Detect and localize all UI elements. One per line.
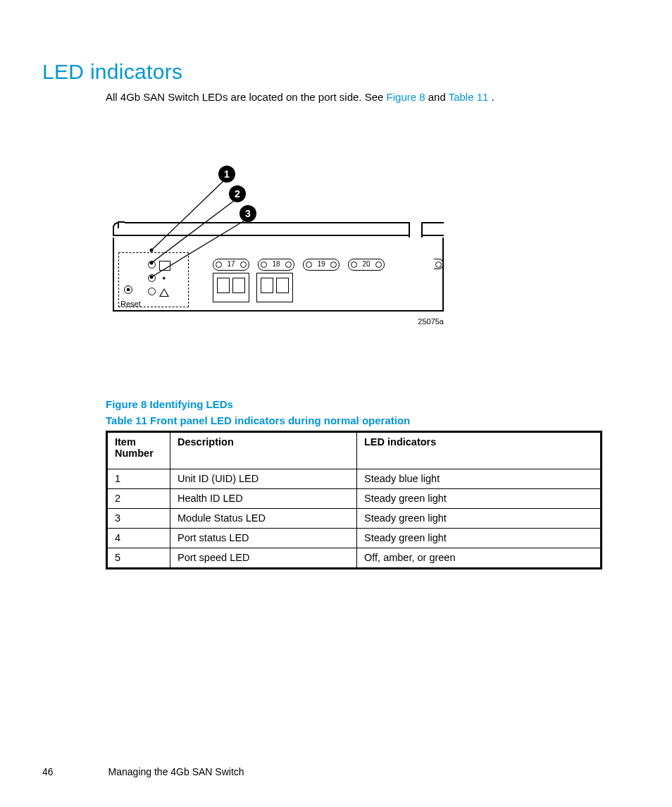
sfp-module-icon	[256, 273, 293, 302]
table-11-link[interactable]: Table 11	[449, 91, 489, 103]
table-row: 5 Port speed LED Off, amber, or green	[107, 548, 602, 568]
device-front-panel: Reset ✦ 17 18 19 20 25075	[113, 222, 444, 321]
port-17-label: 17	[213, 259, 249, 271]
callout-2: 2	[229, 185, 246, 202]
reset-label: Reset	[120, 300, 141, 308]
cell-ind: Steady blue light	[357, 469, 602, 488]
page-number: 46	[42, 766, 54, 777]
health-symbol-icon: ✦	[159, 274, 169, 283]
cell-item: 2	[107, 488, 170, 508]
callout-3: 3	[239, 205, 256, 222]
table-row: 2 Health ID LED Steady green light	[107, 488, 602, 508]
cell-ind: Steady green light	[357, 508, 602, 528]
cell-desc: Port status LED	[170, 528, 357, 548]
cell-item: 4	[107, 528, 170, 548]
table-row: 3 Module Status LED Steady green light	[107, 508, 602, 528]
table-row: 4 Port status LED Steady green light	[107, 528, 602, 548]
warning-triangle-icon	[159, 288, 169, 297]
chassis-face: Reset ✦ 17 18 19 20	[113, 238, 444, 312]
port-18-label: 18	[258, 259, 294, 271]
col-description: Description	[170, 431, 357, 469]
port-20-label: 20	[348, 259, 385, 271]
sfp-module-icon	[213, 273, 249, 302]
port-19-label: 19	[303, 259, 340, 271]
led-indicator-table: Item Number Description LED indicators 1…	[106, 431, 602, 569]
cell-ind: Steady green light	[357, 528, 602, 548]
cell-desc: Port speed LED	[170, 548, 357, 568]
port-next-label	[434, 259, 444, 269]
figure-8: 1 2 3 Reset	[113, 166, 444, 321]
intro-text: All 4Gb SAN Switch LEDs are located on t…	[106, 91, 387, 103]
cell-desc: Module Status LED	[170, 508, 357, 528]
figure-reference-id: 25075a	[418, 317, 444, 326]
uid-led-icon	[148, 261, 156, 269]
intro-text: .	[492, 91, 494, 103]
figure-8-caption: Figure 8 Identifying LEDs	[106, 398, 630, 410]
figure-8-link[interactable]: Figure 8	[387, 91, 425, 103]
table-header-row: Item Number Description LED indicators	[107, 431, 602, 469]
cell-desc: Health ID LED	[170, 488, 357, 508]
module-status-led-icon	[148, 288, 156, 295]
cell-item: 3	[107, 508, 170, 528]
cell-desc: Unit ID (UID) LED	[170, 469, 357, 488]
table-row: 1 Unit ID (UID) LED Steady blue light	[107, 469, 602, 488]
reset-button-icon	[124, 285, 132, 294]
uid-symbol-icon	[159, 261, 170, 271]
page-footer: 46 Managing the 4Gb SAN Switch	[42, 766, 244, 777]
health-led-icon	[148, 274, 156, 282]
footer-title: Managing the 4Gb SAN Switch	[108, 766, 244, 777]
col-item-number: Item Number	[107, 431, 170, 469]
table-11-caption: Table 11 Front panel LED indicators duri…	[106, 414, 630, 426]
intro-text: and	[428, 91, 449, 103]
cell-item: 5	[107, 548, 170, 568]
col-led-indicators: LED indicators	[357, 431, 602, 469]
cell-ind: Steady green light	[357, 488, 602, 508]
page: LED indicators All 4Gb SAN Switch LEDs a…	[0, 0, 672, 807]
cell-ind: Off, amber, or green	[357, 548, 602, 568]
cell-item: 1	[107, 469, 170, 488]
section-heading: LED indicators	[42, 60, 630, 84]
callout-1: 1	[218, 166, 235, 183]
callout-group: 1 2 3	[113, 166, 444, 222]
sfp-module-row	[213, 273, 293, 302]
chassis-top-strip	[113, 222, 444, 236]
intro-paragraph: All 4Gb SAN Switch LEDs are located on t…	[106, 90, 630, 106]
port-label-row: 17 18 19 20	[213, 259, 385, 271]
